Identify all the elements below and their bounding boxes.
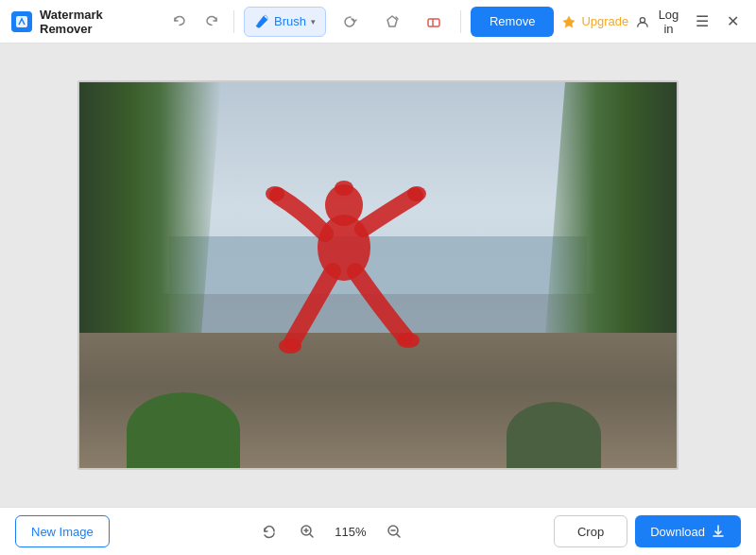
eraser-tool-button[interactable] [417, 7, 451, 37]
remove-button[interactable]: Remove [471, 7, 554, 37]
redo-button[interactable] [199, 9, 224, 35]
zoom-level-display: 115% [332, 525, 369, 539]
close-button[interactable]: ✕ [721, 9, 745, 35]
login-label: Log in [654, 8, 683, 36]
new-image-button[interactable]: New Image [15, 515, 110, 547]
app-logo [11, 11, 32, 32]
brush-chevron: ▾ [311, 17, 316, 26]
bush-left [127, 392, 240, 468]
bush-right [507, 402, 601, 468]
upgrade-button[interactable]: Upgrade [561, 14, 628, 29]
svg-line-17 [397, 534, 400, 537]
login-button[interactable]: Log in [636, 8, 683, 36]
bottom-right: Crop Download [554, 515, 741, 547]
undo-button[interactable] [167, 9, 192, 35]
app-title: Watermark Remover [40, 8, 150, 36]
crop-button[interactable]: Crop [554, 515, 627, 547]
scene-background [79, 82, 677, 468]
bottom-center: 115% [256, 518, 407, 545]
bottom-left: New Image [15, 515, 110, 547]
brush-label: Brush [274, 14, 306, 28]
zoom-out-button[interactable] [381, 518, 407, 545]
titlebar: Watermark Remover Brush ▾ [0, 0, 756, 43]
main-canvas-area [0, 43, 756, 507]
brush-tool-button[interactable]: Brush ▾ [244, 7, 326, 37]
upgrade-label: Upgrade [581, 14, 628, 28]
rotate-left-button[interactable] [256, 518, 283, 545]
separator-1 [233, 10, 234, 33]
download-label: Download [650, 525, 705, 539]
polygon-tool-button[interactable] [375, 7, 409, 37]
lasso-tool-button[interactable] [334, 7, 368, 37]
water-layer [169, 236, 587, 333]
svg-point-3 [641, 17, 645, 22]
svg-line-14 [310, 534, 313, 537]
svg-rect-1 [428, 19, 439, 26]
image-canvas[interactable] [77, 80, 679, 470]
bottom-bar: New Image 115% C [0, 507, 756, 555]
download-button[interactable]: Download [635, 515, 741, 547]
separator-2 [460, 10, 461, 33]
header-right: Upgrade Log in ☰ ✕ [561, 8, 745, 36]
zoom-in-button[interactable] [294, 518, 320, 545]
menu-button[interactable]: ☰ [691, 9, 714, 35]
